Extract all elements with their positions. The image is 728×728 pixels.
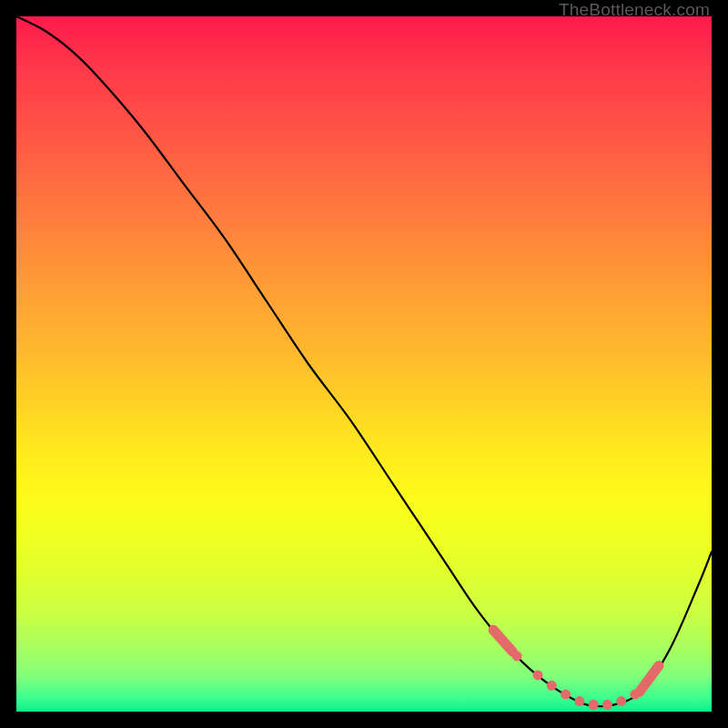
optimal-zone-dot [533,670,543,680]
optimal-zone-cap [493,630,512,652]
watermark-text: TheBottleneck.com [559,0,710,20]
optimal-zone-dot [561,689,571,699]
bottleneck-curve-svg [16,16,712,712]
optimal-zone-markers [493,630,659,710]
optimal-zone-cap [640,666,659,693]
optimal-zone-dot [574,696,584,706]
optimal-zone-dot [512,651,522,661]
chart-frame: TheBottleneck.com [0,0,728,728]
bottleneck-curve [16,16,712,706]
optimal-zone-dot [630,689,640,699]
optimal-zone-dot [602,700,612,710]
optimal-zone-dot [547,681,557,691]
optimal-zone-dot [616,696,626,706]
plot-area [16,16,712,712]
optimal-zone-dot [589,700,599,710]
